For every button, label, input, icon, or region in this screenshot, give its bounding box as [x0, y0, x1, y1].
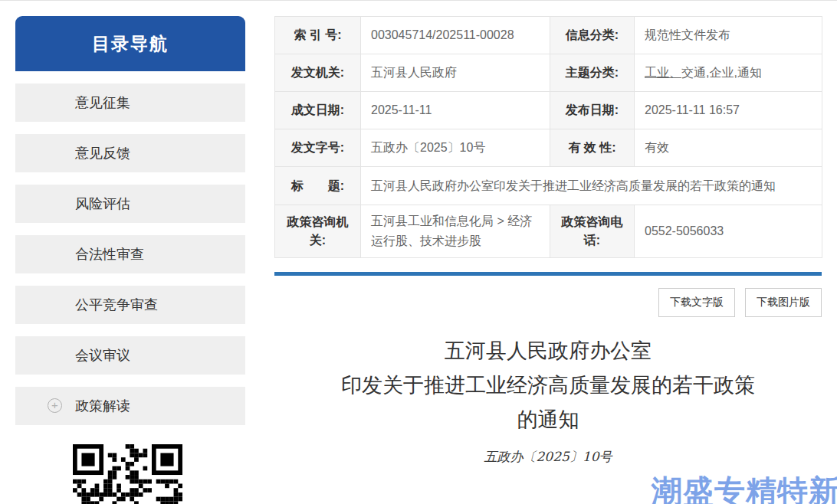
sidebar: 目录导航 意见征集 意见反馈 风险评估 合法性审查 公平竞争审查 会议审议 + …: [15, 16, 245, 504]
title-label: 标 题:: [275, 167, 361, 205]
section-divider: [274, 272, 822, 276]
index-number-label: 索 引 号:: [275, 17, 361, 54]
sidebar-item-label: 公平竞争审查: [75, 297, 158, 313]
table-row: 发文字号: 五政办〔2025〕10号 有 效 性: 有效: [275, 129, 822, 167]
written-date-value: 2025-11-11: [361, 92, 550, 129]
sidebar-item-label: 风险评估: [75, 196, 130, 211]
topic-class-label: 主题分类:: [550, 54, 635, 92]
topic-class-link[interactable]: 工业、: [645, 66, 681, 79]
publish-date-value: 2025-11-11 16:57: [635, 92, 822, 129]
consult-phone-value: 0552-5056033: [635, 205, 822, 258]
document-detail-panel: 索 引 号: 003045714/202511-00028 信息分类: 规范性文…: [274, 16, 822, 504]
sidebar-item-label: 政策解读: [75, 398, 130, 414]
document-title-line: 印发关于推进工业经济高质量发展的若干政策: [274, 368, 822, 403]
download-text-button[interactable]: 下载文字版: [658, 288, 735, 317]
issuing-org-label: 发文机关:: [275, 54, 361, 92]
written-date-label: 成文日期:: [275, 92, 361, 129]
validity-label: 有 效 性:: [550, 129, 635, 167]
publish-date-label: 发布日期:: [550, 92, 635, 129]
table-row: 标 题: 五河县人民政府办公室印发关于推进工业经济高质量发展的若干政策的通知: [275, 167, 822, 205]
issuing-org-value: 五河县人民政府: [361, 54, 550, 92]
validity-value: 有效: [635, 129, 822, 167]
sidebar-item-label: 合法性审查: [75, 247, 144, 262]
info-class-value: 规范性文件发布: [635, 17, 822, 54]
sidebar-item-opinion-collection[interactable]: 意见征集: [15, 83, 245, 122]
sidebar-item-meeting-deliberation[interactable]: 会议审议: [15, 336, 245, 375]
document-title: 五河县人民政府办公室 印发关于推进工业经济高质量发展的若干政策 的通知: [274, 334, 822, 437]
sidebar-item-opinion-feedback[interactable]: 意见反馈: [15, 134, 245, 172]
topic-class-value: 工业、交通,企业,通知: [635, 54, 822, 92]
sidebar-item-label: 会议审议: [75, 348, 130, 363]
sidebar-item-fair-competition-review[interactable]: 公平竞争审查: [15, 286, 245, 324]
consult-org-label: 政策咨询机关:: [275, 205, 361, 258]
document-info-table: 索 引 号: 003045714/202511-00028 信息分类: 规范性文…: [274, 16, 822, 258]
document-title-line: 的通知: [274, 403, 822, 437]
table-row: 成文日期: 2025-11-11 发布日期: 2025-11-11 16:57: [275, 92, 822, 129]
title-value: 五河县人民政府办公室印发关于推进工业经济高质量发展的若干政策的通知: [361, 167, 822, 205]
table-row: 发文机关: 五河县人民政府 主题分类: 工业、交通,企业,通知: [275, 54, 822, 92]
sidebar-item-policy-interpretation[interactable]: + 政策解读: [15, 387, 245, 425]
topic-class-rest: 交通,企业,通知: [681, 66, 762, 79]
consult-org-value: 五河县工业和信息化局 > 经济运行股、技术进步股: [361, 205, 550, 258]
sidebar-item-label: 意见反馈: [75, 146, 130, 161]
download-image-button[interactable]: 下载图片版: [745, 288, 822, 317]
doc-number-value: 五政办〔2025〕10号: [361, 129, 550, 167]
page-layout: 目录导航 意见征集 意见反馈 风险评估 合法性审查 公平竞争审查 会议审议 + …: [0, 1, 837, 504]
document-title-line: 五河县人民政府办公室: [274, 334, 822, 368]
circle-plus-icon[interactable]: +: [48, 398, 62, 413]
table-row: 索 引 号: 003045714/202511-00028 信息分类: 规范性文…: [275, 17, 822, 54]
sidebar-item-legality-review[interactable]: 合法性审查: [15, 235, 245, 273]
table-row: 政策咨询机关: 五河县工业和信息化局 > 经济运行股、技术进步股 政策咨询电话:…: [275, 205, 822, 258]
consult-phone-label: 政策咨询电话:: [550, 205, 635, 258]
download-toolbar: 下载文字版 下载图片版: [274, 288, 822, 317]
sidebar-title: 目录导航: [15, 16, 245, 71]
document-number: 五政办〔2025〕10号: [274, 448, 822, 466]
info-class-label: 信息分类:: [550, 17, 635, 54]
doc-number-label: 发文字号:: [275, 129, 361, 167]
index-number-value: 003045714/202511-00028: [361, 17, 550, 54]
sidebar-item-label: 意见征集: [75, 95, 130, 110]
sidebar-item-risk-assessment[interactable]: 风险评估: [15, 185, 245, 223]
qr-code: [73, 444, 182, 504]
